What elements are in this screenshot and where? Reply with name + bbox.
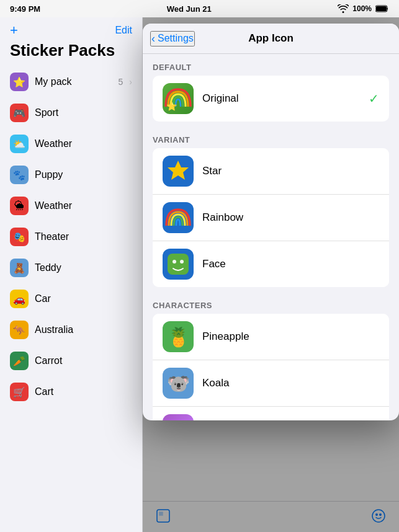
my-pack-icon: ⭐ [10, 73, 29, 91]
sidebar-label-sport: Sport [35, 107, 132, 118]
status-bar: 9:49 PM Wed Jun 21 100% [0, 0, 399, 17]
status-time: 9:49 PM [10, 4, 40, 14]
sidebar-label-car: Car [35, 293, 132, 304]
default-list: ⭐ Original ✓ [153, 76, 389, 122]
sidebar-label-teddy: Teddy [35, 262, 132, 273]
modal-title: App Icon [248, 32, 294, 45]
sidebar-item-weather-2[interactable]: 🌦 Weather [0, 190, 142, 221]
unicorn-icon: 🦄 [163, 414, 194, 420]
pineapple-icon: 🍍 [163, 321, 194, 352]
theater-icon: 🎭 [10, 228, 29, 246]
sidebar-item-weather-1[interactable]: ⛅ Weather [0, 128, 142, 159]
list-item-original[interactable]: ⭐ Original ✓ [153, 76, 389, 122]
sidebar-label-cart: Cart [35, 386, 132, 397]
svg-marker-8 [168, 161, 189, 180]
rainbow-icon [163, 202, 194, 233]
rainbow-label: Rainbow [202, 211, 379, 224]
sidebar-item-puppy[interactable]: 🐾 Puppy [0, 159, 142, 190]
characters-list: 🍍 Pineapple 🐨 Koala [153, 314, 389, 420]
list-item-unicorn[interactable]: 🦄 Unicorn [153, 407, 389, 420]
section-variant-header: VARIANT [143, 126, 399, 148]
modal-nav: ‹ Settings App Icon [143, 24, 399, 54]
teddy-icon: 🧸 [10, 259, 29, 277]
koala-icon: 🐨 [163, 368, 194, 399]
sidebar-item-cart[interactable]: 🛒 Cart [0, 376, 142, 407]
list-item-face[interactable]: Face [153, 241, 389, 287]
sidebar-label-weather-1: Weather [35, 138, 132, 149]
modal-backdrop[interactable]: ‹ Settings App Icon DEFAULT [143, 17, 399, 532]
main-content: + Edit Sticker Avocados 🥑 vegetable. col… [143, 17, 399, 532]
back-label: Settings [158, 33, 194, 44]
sidebar-title: Sticker Packs [10, 41, 132, 60]
list-item-rainbow[interactable]: Rainbow [153, 195, 389, 241]
sidebar-label-theater: Theater [35, 231, 132, 242]
sidebar-item-carrot[interactable]: 🥕 Carrot [0, 345, 142, 376]
pineapple-label: Pineapple [202, 330, 379, 343]
status-date: Wed Jun 21 [167, 4, 212, 14]
my-pack-badge: 5 [119, 77, 123, 87]
modal-body: DEFAULT [143, 54, 399, 420]
sidebar-label-australia: Australia [35, 324, 132, 335]
list-item-pineapple[interactable]: 🍍 Pineapple [153, 314, 389, 360]
star-label: Star [202, 165, 379, 177]
section-default-header: DEFAULT [143, 54, 399, 76]
list-item-koala[interactable]: 🐨 Koala [153, 360, 389, 407]
wifi-icon [338, 4, 349, 13]
variant-list: Star [153, 148, 389, 287]
edit-button[interactable]: Edit [115, 25, 132, 36]
svg-point-10 [173, 260, 176, 264]
carrot-icon: 🥕 [10, 352, 29, 370]
face-label: Face [202, 258, 379, 270]
sidebar-item-sport[interactable]: 🎮 Sport [0, 97, 142, 128]
battery-percent: 100% [352, 4, 372, 13]
back-chevron-icon: ‹ [151, 32, 155, 45]
sidebar-label-carrot: Carrot [35, 355, 132, 366]
sidebar-item-car[interactable]: 🚗 Car [0, 283, 142, 314]
australia-icon: 🦘 [10, 321, 29, 339]
sport-icon: 🎮 [10, 104, 29, 122]
add-pack-button[interactable]: + [10, 22, 18, 38]
modal-sheet: ‹ Settings App Icon DEFAULT [143, 24, 399, 420]
section-characters-header: CHARACTERS [143, 292, 399, 314]
sidebar-item-teddy[interactable]: 🧸 Teddy [0, 252, 142, 283]
sidebar-label-my-pack: My pack [35, 76, 112, 87]
svg-point-11 [180, 260, 184, 264]
sidebar-label-puppy: Puppy [35, 169, 132, 180]
svg-rect-1 [376, 6, 387, 11]
sidebar-item-australia[interactable]: 🦘 Australia [0, 314, 142, 345]
status-right: 100% [338, 4, 389, 13]
car-icon: 🚗 [10, 290, 29, 308]
sidebar-item-my-pack[interactable]: ⭐ My pack 5 › [0, 66, 142, 97]
original-label: Original [202, 92, 360, 105]
original-icon: ⭐ [163, 83, 194, 114]
face-icon [163, 249, 194, 280]
sidebar: + Edit Sticker Packs ⭐ My pack 5 › 🎮 Spo… [0, 17, 143, 532]
cart-icon: 🛒 [10, 383, 29, 401]
original-checkmark: ✓ [369, 91, 379, 106]
battery-icon [375, 5, 389, 12]
sidebar-item-theater[interactable]: 🎭 Theater [0, 221, 142, 252]
modal-back-button[interactable]: ‹ Settings [150, 31, 195, 47]
sidebar-list: ⭐ My pack 5 › 🎮 Sport ⛅ Weather [0, 66, 142, 532]
puppy-icon: 🐾 [10, 166, 29, 184]
my-pack-chevron: › [129, 77, 132, 87]
star-icon [163, 156, 194, 187]
svg-text:⭐: ⭐ [166, 101, 177, 112]
weather2-icon: 🌦 [10, 197, 29, 215]
sidebar-label-weather-2: Weather [35, 200, 132, 211]
weather1-icon: ⛅ [10, 135, 29, 153]
koala-label: Koala [202, 377, 379, 389]
list-item-star[interactable]: Star [153, 148, 389, 195]
svg-rect-9 [168, 254, 189, 275]
